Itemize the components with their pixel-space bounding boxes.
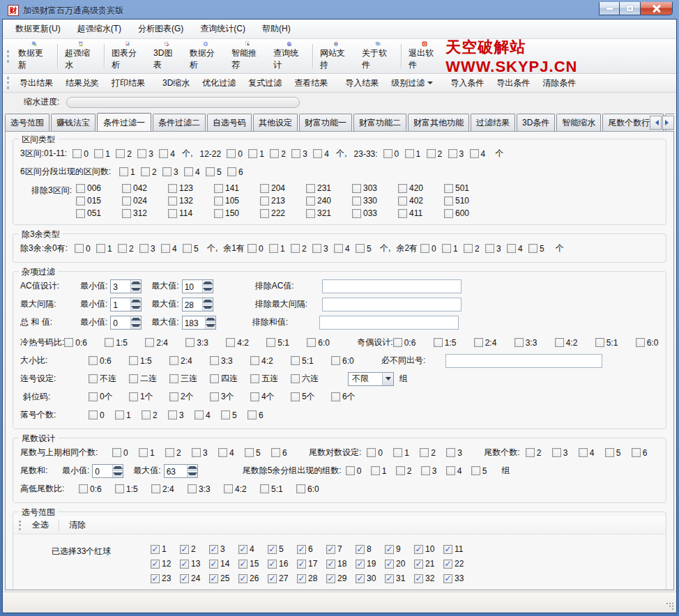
checkbox-2[interactable]: 2	[116, 149, 137, 159]
checkbox-box[interactable]	[248, 149, 257, 158]
tab-condition-filter-1[interactable]: 条件过滤一	[97, 113, 151, 131]
checkbox-2[interactable]: 2	[142, 410, 168, 420]
checkbox-33[interactable]: 33	[443, 573, 473, 583]
checkbox-box[interactable]	[168, 410, 177, 419]
checkbox-box[interactable]	[474, 338, 483, 347]
checkbox-4[interactable]: 4	[161, 244, 183, 254]
checkbox-3[interactable]: 3	[168, 410, 194, 420]
ac-min-spinner[interactable]: 3	[110, 279, 142, 293]
checkbox-114[interactable]: 114	[168, 208, 214, 218]
optimize-filter-button[interactable]: 优化过滤	[196, 75, 242, 92]
spin-down-button[interactable]	[131, 286, 141, 293]
checkbox-box[interactable]	[444, 184, 453, 193]
checkbox-checked-icon[interactable]	[356, 574, 365, 583]
clear-button[interactable]: 清除	[62, 516, 93, 534]
checkbox-0:6[interactable]: 0:6	[64, 338, 105, 348]
checkbox-box[interactable]	[210, 356, 219, 365]
checkbox-3[interactable]: 3	[139, 244, 161, 254]
checkbox-1:5[interactable]: 1:5	[115, 484, 151, 494]
checkbox-box[interactable]	[169, 374, 178, 383]
tab-other-settings[interactable]: 其他设定	[253, 114, 298, 131]
checkbox-22[interactable]: 22	[443, 559, 473, 569]
checkbox-5[interactable]: 5	[356, 244, 377, 254]
checkbox-box[interactable]	[470, 149, 479, 158]
checkbox-240[interactable]: 240	[306, 196, 352, 206]
checkbox-4:2[interactable]: 4:2	[555, 338, 595, 348]
title-bar[interactable]: 财 加强财富百万通高级贵宾版	[2, 0, 677, 19]
checkbox-box[interactable]	[291, 356, 300, 365]
print-result-button[interactable]: 打印结果	[105, 75, 151, 92]
checkbox-4[interactable]: 4	[507, 244, 528, 254]
checkbox-105[interactable]: 105	[214, 196, 260, 206]
checkbox-box[interactable]	[260, 197, 269, 206]
checkbox-5:1[interactable]: 5:1	[266, 338, 307, 348]
checkbox-box[interactable]	[118, 244, 127, 253]
checkbox-3:3[interactable]: 3:3	[210, 356, 250, 366]
checkbox-box[interactable]	[122, 197, 131, 206]
shrink-3d-button[interactable]: 3D缩水	[156, 75, 196, 92]
checkbox-box[interactable]	[119, 167, 128, 176]
checkbox-2[interactable]: 2	[165, 448, 192, 458]
checkbox-box[interactable]	[398, 184, 407, 193]
checkbox-box[interactable]	[245, 448, 254, 457]
resize-grip[interactable]	[666, 602, 674, 610]
spin-up-button[interactable]	[206, 316, 215, 323]
checkbox-box[interactable]	[210, 374, 219, 383]
checkbox-330[interactable]: 330	[352, 196, 398, 206]
checkbox-5[interactable]: 5	[221, 410, 247, 420]
tab-select-range[interactable]: 选号范围	[5, 114, 49, 131]
checkbox-box[interactable]	[76, 197, 85, 206]
checkbox-box[interactable]	[168, 209, 177, 218]
checkbox-132[interactable]: 132	[168, 196, 214, 206]
checkbox-7[interactable]: 7	[326, 544, 356, 554]
checkbox-box[interactable]	[427, 149, 436, 158]
super-shrink-button[interactable]: 超强缩水	[60, 40, 102, 72]
checkbox-27[interactable]: 27	[268, 573, 297, 583]
checkbox-box[interactable]	[94, 149, 103, 158]
checkbox-box[interactable]	[183, 244, 192, 253]
checkbox-box[interactable]	[636, 338, 645, 347]
checkbox-box[interactable]	[139, 448, 148, 457]
checkbox-3[interactable]: 3	[312, 244, 334, 254]
checkbox-4[interactable]: 4	[313, 149, 335, 159]
checkbox-4[interactable]: 4	[470, 149, 491, 159]
tab-custom-numbers[interactable]: 自选号码	[207, 114, 252, 131]
checkbox-box[interactable]	[393, 338, 402, 347]
checkbox-box[interactable]	[398, 197, 407, 206]
checkbox-box[interactable]	[605, 448, 614, 457]
checkbox-3[interactable]: 3	[291, 149, 313, 159]
checkbox-box[interactable]	[214, 184, 223, 193]
checkbox-box[interactable]	[331, 356, 340, 365]
checkbox-box[interactable]	[420, 244, 429, 253]
checkbox-0[interactable]: 0	[367, 448, 393, 458]
checkbox-0:6[interactable]: 0:6	[393, 338, 434, 348]
menu-analysis-chart[interactable]: 分析图表(G)	[131, 20, 190, 38]
checkbox-1[interactable]: 1	[151, 544, 180, 554]
checkbox-checked-icon[interactable]	[326, 545, 335, 554]
spin-down-button[interactable]	[203, 304, 213, 311]
query-stats-button[interactable]: 查询统计	[268, 40, 310, 72]
checkbox-3[interactable]: 3	[421, 466, 446, 476]
checkbox-4[interactable]: 4	[218, 448, 245, 458]
checkbox-五连[interactable]: 五连	[250, 373, 291, 385]
checkbox-box[interactable]	[129, 374, 138, 383]
checkbox-1:5[interactable]: 1:5	[434, 338, 474, 348]
checkbox-4[interactable]: 4	[446, 466, 471, 476]
checkbox-box[interactable]	[224, 484, 233, 493]
checkbox-1[interactable]: 1	[94, 149, 116, 159]
checkbox-1[interactable]: 1	[119, 167, 141, 177]
checkbox-box[interactable]	[214, 197, 223, 206]
checkbox-0:6[interactable]: 0:6	[79, 484, 115, 494]
checkbox-checked-icon[interactable]	[209, 574, 218, 583]
checkbox-15[interactable]: 15	[238, 559, 268, 569]
checkbox-box[interactable]	[312, 244, 321, 253]
checkbox-3[interactable]: 3	[209, 544, 238, 554]
checkbox-box[interactable]	[270, 149, 279, 158]
checkbox-box[interactable]	[122, 184, 131, 193]
checkbox-3[interactable]: 3	[446, 448, 473, 458]
select-arrow[interactable]	[382, 373, 393, 385]
data-update-button[interactable]: 数据更新	[13, 40, 55, 72]
chart-3d-button[interactable]: 3D图表	[148, 40, 185, 72]
checkbox-box[interactable]	[139, 244, 148, 253]
checkbox-box[interactable]	[194, 410, 204, 419]
